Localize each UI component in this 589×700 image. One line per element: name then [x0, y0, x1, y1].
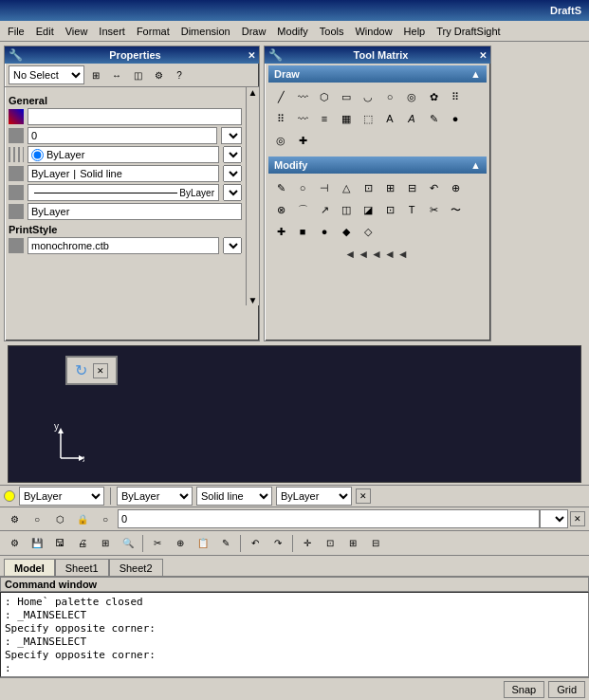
modify-tool-misc2[interactable]: ◇	[358, 221, 378, 242]
draw-tool-spline[interactable]: ✿	[423, 86, 444, 107]
tool-matrix-close-icon[interactable]: ✕	[479, 50, 487, 61]
tab-model[interactable]: Model	[4, 559, 55, 576]
modify-tool-matchprop[interactable]: ○	[292, 177, 313, 198]
draw-tool-misc[interactable]: ✚	[292, 130, 313, 151]
bylayer-radio[interactable]: ByLayer	[28, 146, 219, 163]
btm-tool-3[interactable]: 🖫	[49, 534, 70, 553]
modify-scroll-up[interactable]: ▲	[470, 159, 481, 171]
btm-tool-copy2[interactable]: ⊕	[170, 534, 191, 553]
modify-tool-misc1[interactable]: ◆	[336, 221, 357, 242]
props-icon-btn-5[interactable]: ?	[170, 65, 189, 84]
properties-scrollbar[interactable]: ▲ ▼	[246, 87, 259, 305]
modify-tool-stretch[interactable]: ◫	[336, 199, 357, 220]
bylayer3-input[interactable]	[28, 203, 242, 220]
btm-tool-move[interactable]: ✛	[297, 534, 318, 553]
modify-tool-rotate[interactable]: ⌒	[292, 199, 313, 220]
draw-tool-text[interactable]: A	[379, 108, 400, 129]
props-icon-btn-3[interactable]: ◫	[128, 65, 147, 84]
draw-tool-rect[interactable]: ▭	[336, 86, 357, 107]
command-number-input[interactable]	[118, 509, 540, 528]
draw-scroll-up[interactable]: ▲	[470, 68, 481, 80]
modify-tool-chamfer[interactable]: ✚	[270, 221, 291, 242]
btm-tool-scissors[interactable]: ✂	[147, 534, 168, 553]
printstyle-select[interactable]	[223, 237, 242, 254]
draw-tool-hatch[interactable]: ⠿	[445, 86, 466, 107]
tab-sheet1[interactable]: Sheet1	[55, 559, 109, 576]
modify-tool-erase[interactable]: ■	[292, 221, 313, 242]
draw-tool-circle[interactable]: ○	[379, 86, 400, 107]
btm-tool-zoomext[interactable]: ⊞	[342, 534, 363, 553]
number-select[interactable]: ▼	[221, 127, 242, 144]
layer-select[interactable]: ByLayer	[19, 487, 104, 506]
menu-format[interactable]: Format	[131, 24, 175, 39]
command-close-icon[interactable]: ✕	[570, 511, 585, 526]
draw-tool-arc[interactable]: ◡	[358, 86, 378, 107]
draw-tool-mtext[interactable]: A	[401, 108, 422, 129]
draw-tool-table[interactable]: ▦	[336, 108, 357, 129]
draw-tool-boundary[interactable]: 〰	[292, 108, 313, 129]
btm-tool-pen[interactable]: ✎	[215, 534, 236, 553]
cmd-icon-1[interactable]: ⚙	[4, 509, 25, 528]
drawing-canvas[interactable]: ↻ ✕ x y	[8, 345, 581, 483]
modify-tool-fillet[interactable]: ⊡	[358, 177, 378, 198]
printstyle-input[interactable]	[28, 237, 219, 254]
cmd-circle-icon[interactable]: ○	[27, 509, 47, 528]
draw-tool-ellipse[interactable]: ◎	[401, 86, 422, 107]
snap-button[interactable]: Snap	[504, 681, 545, 698]
modify-tool-copy[interactable]: ⊕	[445, 177, 466, 198]
cmd-radio-icon[interactable]: ○	[95, 509, 116, 528]
grid-button[interactable]: Grid	[548, 681, 585, 698]
menu-tools[interactable]: Tools	[314, 24, 350, 39]
modify-tool-break[interactable]: ✂	[423, 199, 444, 220]
btm-tool-2[interactable]: 💾	[27, 534, 47, 553]
draw-tool-polygon[interactable]: ⬡	[314, 86, 335, 107]
props-icon-btn-1[interactable]: ⊞	[86, 65, 105, 84]
props-icon-btn-4[interactable]: ⚙	[149, 65, 168, 84]
btm-tool-undo[interactable]: ↶	[245, 534, 266, 553]
no-select-dropdown[interactable]: No Select	[9, 65, 84, 84]
menu-modify[interactable]: Modify	[271, 24, 313, 39]
linetype-select[interactable]: Solid line	[196, 487, 272, 506]
modify-tool-align[interactable]: ⊣	[314, 177, 335, 198]
scroll-up-icon[interactable]: ▲	[248, 87, 258, 98]
draw-tool-donut[interactable]: ●	[445, 108, 466, 129]
menu-dimension[interactable]: Dimension	[175, 24, 236, 39]
modify-tool-join[interactable]: 〜	[445, 199, 466, 220]
menu-insert[interactable]: Insert	[93, 24, 131, 39]
modify-tool-offset[interactable]: ⊟	[401, 177, 422, 198]
menu-file[interactable]: File	[2, 24, 30, 39]
btm-tool-zoomfit[interactable]: ⊡	[320, 534, 341, 553]
draw-tool-polyline[interactable]: 〰	[292, 86, 313, 107]
bylayer2-select[interactable]	[223, 184, 242, 201]
btm-tool-zoom[interactable]: 🔍	[118, 534, 138, 553]
modify-tool-mirror[interactable]: ⊗	[270, 199, 291, 220]
tab-sheet2[interactable]: Sheet2	[109, 559, 163, 576]
draw-tool-point[interactable]: ✎	[423, 108, 444, 129]
number-input[interactable]	[28, 127, 217, 144]
cmd-link-icon[interactable]: ⬡	[49, 509, 70, 528]
btm-tool-1[interactable]: ⚙	[4, 534, 25, 553]
modify-tool-properties[interactable]: ✎	[270, 177, 291, 198]
menu-help[interactable]: Help	[398, 24, 432, 39]
btm-tool-copy[interactable]: ⊞	[95, 534, 116, 553]
draw-tool-wipeout[interactable]: ◎	[270, 130, 291, 151]
modify-tool-scale[interactable]: ↗	[314, 199, 335, 220]
btm-tool-paste[interactable]: 📋	[193, 534, 213, 553]
modify-tool-delete[interactable]: ●	[314, 221, 335, 242]
properties-close-icon[interactable]: ✕	[248, 50, 255, 61]
btm-tool-redo[interactable]: ↷	[267, 534, 288, 553]
modify-tool-explode[interactable]: △	[336, 177, 357, 198]
modify-tool-trim[interactable]: ⊡	[379, 199, 400, 220]
props-icon-btn-2[interactable]: ↔	[107, 65, 126, 84]
modify-tool-extend[interactable]: T	[401, 199, 422, 220]
btm-tool-grid[interactable]: ⊟	[365, 534, 386, 553]
draw-tool-region[interactable]: ≡	[314, 108, 335, 129]
draw-tool-gradient[interactable]: ⠿	[270, 108, 291, 129]
menu-view[interactable]: View	[60, 24, 94, 39]
color-input[interactable]	[28, 108, 242, 125]
color-select[interactable]: ByLayer	[117, 487, 193, 506]
btm-tool-print[interactable]: 🖨	[72, 534, 93, 553]
bylayer-select[interactable]	[223, 146, 242, 163]
draw-tool-block[interactable]: ⬚	[358, 108, 378, 129]
menu-draw[interactable]: Draw	[236, 24, 272, 39]
